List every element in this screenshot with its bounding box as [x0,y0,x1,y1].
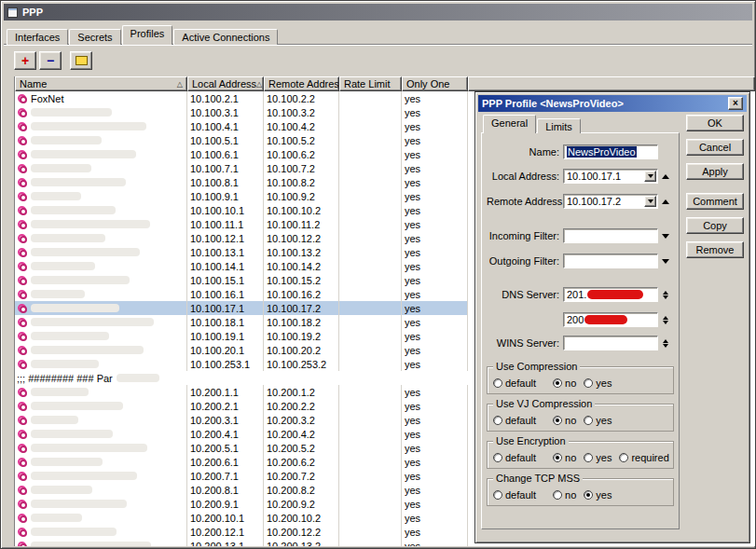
radio-use-encryption-required[interactable]: required [619,452,668,463]
profile-row[interactable]: 10.100.13.110.100.13.2yes [15,245,468,259]
add-button[interactable]: + [14,51,36,70]
dns-server-spinner[interactable] [660,287,670,302]
profile-row[interactable]: 10.200.1.110.200.1.2yes [15,385,468,399]
remote-address-input[interactable]: 10.100.17.2 [563,194,658,209]
cell-local-address: 10.200.9.1 [187,497,264,511]
profile-row[interactable]: 10.200.6.110.200.6.2yes [15,455,468,469]
radio-use-vj-compression-yes[interactable]: yes [584,415,612,426]
profile-row[interactable]: 10.100.6.110.100.6.2yes [15,147,468,161]
radio-use-compression-default[interactable]: default [493,377,536,389]
profile-row[interactable]: 10.100.4.110.100.4.2yes [15,119,468,133]
radio-change-tcp-mss-default[interactable]: default [493,489,536,501]
profile-row[interactable]: 10.100.9.110.100.9.2yes [15,189,468,203]
cell-only-one: yes [402,525,468,539]
column-header-only-one[interactable]: Only One [402,76,468,91]
outgoing-filter-input[interactable] [563,254,658,268]
tab-secrets[interactable]: Secrets [69,29,120,45]
profile-row[interactable]: 10.200.2.110.200.2.2yes [15,399,468,413]
dns-server-input[interactable]: 201. [563,287,658,302]
dialog-tab-general[interactable]: General [483,115,536,133]
tab-active-connections[interactable]: Active Connections [173,29,278,45]
dns-server-2-spinner[interactable] [660,312,670,327]
column-header-name[interactable]: Name△ [15,76,187,91]
column-header-rate-limit[interactable]: Rate Limit [339,76,402,91]
cell-name [15,189,187,203]
apply-button[interactable]: Apply [686,163,744,180]
name-input[interactable]: NewsProVideo [563,144,658,159]
ppp-profile-icon [18,388,27,397]
remote-address-dropdown-icon[interactable] [644,196,656,207]
dialog-tab-limits[interactable]: Limits [537,118,581,133]
incoming-filter-input[interactable] [563,228,658,243]
remove-button[interactable]: − [39,51,62,70]
radio-label: no [565,452,576,463]
ok-button[interactable]: OK [686,115,744,131]
radio-use-compression-yes[interactable]: yes [584,377,612,389]
profile-row[interactable]: 10.200.12.110.200.12.2yes [15,525,468,539]
wins-server-spinner[interactable] [660,336,670,350]
remote-address-up-button[interactable] [660,194,670,209]
radio-change-tcp-mss-no[interactable]: no [553,489,576,501]
local-address-input[interactable]: 10.100.17.1 [563,169,658,184]
profile-row[interactable]: 10.100.253.110.100.253.2yes [15,357,468,371]
local-address-up-button[interactable] [660,169,670,184]
profile-row[interactable]: 10.100.18.110.100.18.2yes [15,315,468,329]
tab-interfaces[interactable]: Interfaces [7,29,68,45]
profile-row[interactable]: 10.200.8.110.200.8.2yes [15,483,468,497]
close-icon[interactable]: × [728,97,743,110]
radio-use-encryption-default[interactable]: default [493,452,536,463]
comment-button[interactable]: Comment [686,193,744,210]
profile-row[interactable]: 10.200.4.110.200.4.2yes [15,427,468,441]
outgoing-filter-dropdown-button[interactable] [660,254,670,268]
profile-row[interactable]: 10.100.7.110.100.7.2yes [15,161,468,175]
ppp-profile-icon [18,472,27,481]
cell-remote-address: 10.100.10.2 [264,203,339,217]
copy-button[interactable]: Copy [686,217,744,234]
radio-use-compression-no[interactable]: no [553,377,576,389]
column-header-remote-address[interactable]: Remote Address [264,76,339,91]
profile-row[interactable]: 10.100.11.110.100.11.2yes [15,217,468,231]
cell-local-address: 10.100.18.1 [187,315,264,329]
profile-row[interactable]: FoxNet10.100.2.110.100.2.2yes [15,91,468,105]
column-label: Remote Address [268,78,339,89]
profile-row[interactable]: 10.100.14.110.100.14.2yes [15,259,468,273]
profile-row[interactable]: 10.200.13.110.200.13.2yes [15,539,468,546]
ppp-profile-icon [18,514,27,523]
profile-row[interactable]: 10.100.3.110.100.3.2yes [15,105,468,119]
toolbar: +− [14,51,92,70]
profile-row[interactable]: 10.100.20.110.100.20.2yes [15,343,468,357]
wins-server-input[interactable] [563,336,658,350]
cell-local-address: 10.200.12.1 [187,525,264,539]
dns-server-2-input[interactable]: 200 [563,312,658,327]
profile-row[interactable]: 10.200.7.110.200.7.2yes [15,469,468,483]
profile-row[interactable]: 10.100.5.110.100.5.2yes [15,133,468,147]
radio-use-vj-compression-default[interactable]: default [493,415,536,426]
radio-use-vj-compression-no[interactable]: no [553,415,576,426]
cell-name [15,119,187,133]
cancel-button[interactable]: Cancel [686,139,744,156]
profile-row[interactable]: 10.100.16.110.100.16.2yes [15,287,468,301]
radio-change-tcp-mss-yes[interactable]: yes [584,489,612,501]
local-address-dropdown-icon[interactable] [644,171,656,182]
profile-row[interactable]: 10.200.3.110.200.3.2yes [15,413,468,427]
profile-row[interactable]: 10.100.8.110.100.8.2yes [15,175,468,189]
profile-row[interactable]: 10.100.15.110.100.15.2yes [15,273,468,287]
comment-row[interactable]: ;;; ######## ### Par [15,371,468,385]
profile-row[interactable]: 10.200.9.110.200.9.2yes [15,497,468,511]
profile-row[interactable]: 10.100.17.110.100.17.2yes [15,301,468,315]
cell-remote-address: 10.100.20.2 [264,343,339,357]
remove-button[interactable]: Remove [686,241,744,258]
profile-row[interactable]: 10.100.10.110.100.10.2yes [15,203,468,217]
comment-button[interactable] [70,51,92,70]
profile-row[interactable]: 10.100.19.110.100.19.2yes [15,329,468,343]
radio-use-encryption-no[interactable]: no [553,452,576,463]
cell-name [15,287,187,301]
radio-use-encryption-yes[interactable]: yes [584,452,612,463]
column-header-local-address[interactable]: Local Address△ [187,76,264,91]
cell-name [15,427,187,441]
profile-row[interactable]: 10.100.12.110.100.12.2yes [15,231,468,245]
profile-row[interactable]: 10.200.10.110.200.10.2yes [15,511,468,525]
profile-row[interactable]: 10.200.5.110.200.5.2yes [15,441,468,455]
incoming-filter-dropdown-button[interactable] [660,228,670,243]
tab-profiles[interactable]: Profiles [122,25,173,45]
